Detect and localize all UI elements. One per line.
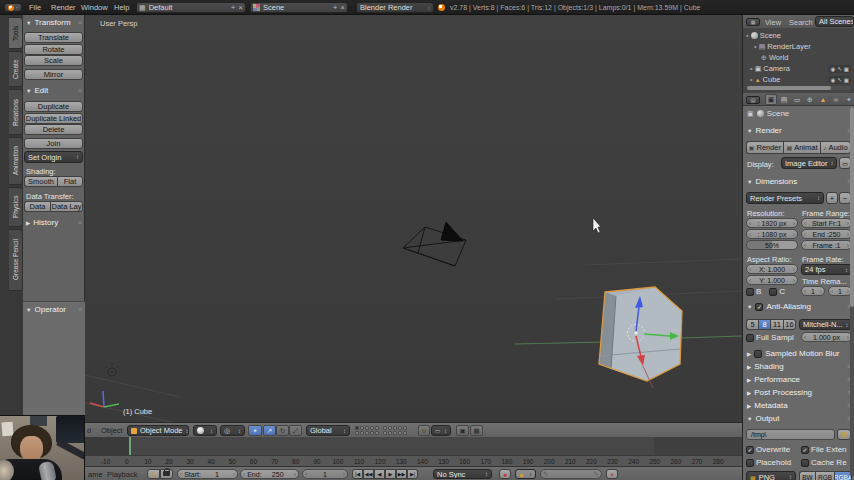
menu-help[interactable]: Help (114, 3, 129, 12)
mirror-button[interactable]: Mirror (24, 69, 83, 80)
placeholder-checkbox[interactable] (746, 459, 754, 467)
shading-panel-header[interactable]: ▶Shading≡ (747, 362, 851, 371)
jump-to-end-button[interactable]: ▶| (407, 469, 418, 479)
menu-render[interactable]: Render (51, 3, 76, 12)
performance-panel-header[interactable]: ▶Performance≡ (747, 375, 851, 384)
snap-magnet-icon[interactable]: ∪ (418, 425, 430, 436)
snap-element-select[interactable]: ▭ ↕ (431, 425, 451, 436)
join-button[interactable]: Join (24, 138, 83, 149)
render-audio-button[interactable]: ♪Audio (820, 141, 851, 154)
auto-keyframe-button[interactable]: ● (499, 469, 511, 479)
outliner-item-world[interactable]: ⊕ World (743, 52, 854, 63)
blender-logo[interactable]: ↕ (4, 3, 22, 12)
output-path-field[interactable]: /tmp\ (746, 429, 835, 440)
rotate-manipulator-icon[interactable]: ↻ (276, 425, 289, 436)
add-scene-icon[interactable]: + (333, 3, 338, 12)
properties-editor-type-icon[interactable]: ▤ (746, 96, 760, 104)
motion-blur-checkbox[interactable] (754, 350, 762, 358)
tab-physics[interactable]: Physics (9, 187, 23, 227)
layers-widget-2[interactable] (383, 426, 407, 435)
close-scene-icon[interactable]: × (340, 3, 345, 12)
tab-modifiers[interactable]: ✦ (843, 94, 854, 105)
resolution-y-field[interactable]: ‹: 1080 px› (746, 229, 798, 239)
restriction-icons[interactable]: ◉↖▣ (828, 76, 851, 84)
aspect-y-field[interactable]: ‹Y: 1.000› (746, 275, 798, 285)
aa-checkbox[interactable]: ✓ (755, 303, 763, 311)
render-presets-select[interactable]: Render Presets↕ (746, 192, 824, 204)
expand-icon[interactable]: • (746, 31, 749, 40)
translate-button[interactable]: Translate (24, 32, 83, 43)
tab-object[interactable]: ▲ (817, 94, 829, 105)
outliner-display-filter[interactable]: All Scenes (815, 16, 854, 27)
color-mode-rgb[interactable]: RGB (815, 471, 834, 480)
data-button[interactable]: Data (24, 201, 50, 212)
jump-next-keyframe-button[interactable]: ▶▶ (396, 469, 407, 479)
lock-frame-range-button[interactable] (160, 469, 173, 479)
use-preview-range-button[interactable]: ◷ (147, 469, 160, 479)
fps-select[interactable]: 24 fps↕ (801, 264, 852, 275)
translate-manipulator-icon[interactable]: ↗ (263, 425, 276, 436)
render-animation-button[interactable]: ▦Animat (783, 141, 820, 154)
overwrite-checkbox[interactable]: ✓ (746, 446, 754, 454)
frame-step-field[interactable]: ‹Frame :1› (801, 240, 852, 250)
operator-panel-header[interactable]: ▼Operator≡ (26, 305, 82, 314)
transform-panel-header[interactable]: ▼Transform≡ (26, 18, 82, 27)
aa-samples-5[interactable]: 5 (746, 319, 758, 330)
menu-window[interactable]: Window (81, 3, 108, 12)
outliner-hscrollbar[interactable] (747, 86, 851, 90)
manipulator-toggle[interactable]: ⌖ (248, 425, 262, 436)
frame-end-field[interactable]: ‹End:250› (240, 469, 299, 479)
time-remap-old-field[interactable]: ‹1› (801, 286, 825, 296)
scale-manipulator-icon[interactable]: ⤢ (289, 425, 302, 436)
time-remap-new-field[interactable]: ‹1› (828, 286, 852, 296)
resolution-percent-slider[interactable]: 50% (746, 240, 798, 250)
restriction-icons[interactable]: ◉↖▣ (828, 65, 851, 73)
duplicate-button[interactable]: Duplicate (24, 101, 83, 112)
close-layout-icon[interactable]: × (238, 3, 243, 12)
mode-select[interactable]: Object Mode ↕ (127, 425, 189, 436)
frame-start-field[interactable]: ‹Start:1› (177, 469, 238, 479)
expand-icon[interactable]: • (750, 75, 753, 84)
antialiasing-panel-header[interactable]: ▼✓Anti-Aliasing≡ (747, 302, 851, 311)
playback-menu[interactable]: Playback (107, 470, 137, 479)
add-menu-partial[interactable]: d (87, 426, 91, 435)
tab-grease-pencil[interactable]: Grease Pencil (9, 229, 23, 291)
delete-button[interactable]: Delete (24, 124, 83, 135)
properties-scrollbar[interactable] (850, 107, 854, 477)
jump-to-start-button[interactable]: |◀ (352, 469, 363, 479)
viewport-3d[interactable]: User Persp (1) Cube d Object Object Mode… (85, 15, 742, 437)
add-preset-button[interactable]: + (826, 192, 838, 204)
current-frame-marker[interactable] (129, 437, 131, 455)
crop-checkbox[interactable] (769, 288, 777, 296)
cache-checkbox[interactable] (801, 459, 809, 467)
color-mode-bw[interactable]: BW (799, 471, 815, 480)
render-opengl-icon[interactable]: ▣ (456, 425, 469, 436)
full-sample-checkbox[interactable] (746, 334, 754, 342)
aspect-x-field[interactable]: ‹X: 1.000› (746, 264, 798, 274)
aa-samples-16[interactable]: 16 (783, 319, 796, 330)
render-opengl-anim-icon[interactable]: ▦ (470, 425, 483, 436)
expand-icon[interactable]: • (750, 64, 753, 73)
file-format-select[interactable]: ▦ PNG↕ (746, 471, 796, 480)
scale-button[interactable]: Scale (24, 55, 83, 66)
layout-selector[interactable]: ▦ Default + × (136, 2, 246, 13)
shade-flat-button[interactable]: Flat (57, 176, 83, 187)
outliner-item-renderlayer[interactable]: • ▤ RenderLayer (743, 41, 854, 52)
motion-blur-panel-header[interactable]: ▶Sampled Motion Blur (747, 349, 851, 358)
object-menu[interactable]: Object (101, 426, 123, 435)
active-keying-set-field[interactable]: ✎✎ (540, 469, 602, 479)
rotate-button[interactable]: Rotate (24, 44, 83, 55)
file-ext-checkbox[interactable]: ✓ (801, 446, 809, 454)
tab-animation[interactable]: Animation (9, 137, 23, 185)
aa-samples-11[interactable]: 11 (770, 319, 783, 330)
tab-create[interactable]: Create (9, 51, 23, 87)
render-still-button[interactable]: ▣Render (746, 141, 783, 154)
set-origin-dropdown[interactable]: Set Origin↕ (24, 151, 83, 163)
add-layout-icon[interactable]: + (231, 3, 236, 12)
tab-relations[interactable]: Relations (9, 89, 23, 135)
render-panel-header[interactable]: ▼Render≡ (747, 126, 851, 135)
tab-render-layers[interactable]: ▤ (778, 94, 790, 105)
resolution-x-field[interactable]: ‹: 1920 px› (746, 218, 798, 228)
tab-scene[interactable]: ▭ (791, 94, 803, 105)
border-checkbox[interactable] (746, 288, 754, 296)
